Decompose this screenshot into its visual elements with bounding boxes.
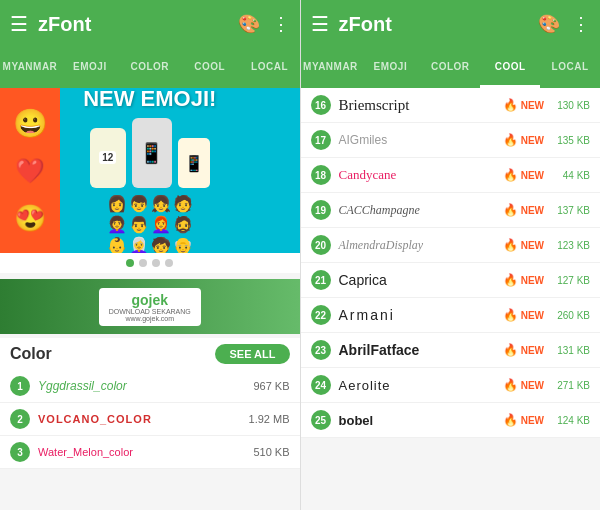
new-text-20: NEW <box>521 240 544 251</box>
left-palette-icon[interactable]: 🎨 <box>238 13 260 35</box>
right-font-size-18: 44 KB <box>550 170 590 181</box>
right-font-size-25: 124 KB <box>550 415 590 426</box>
left-banner[interactable]: 😀 ❤️ 😍 NEW EMOJI! 12 📱 📱 <box>0 88 300 253</box>
left-tab-myanmar[interactable]: MYANMAR <box>0 48 60 88</box>
right-tab-emoji[interactable]: EMOJI <box>360 48 420 88</box>
right-app-title: zFont <box>339 13 539 36</box>
right-font-item-17[interactable]: 17 AIGmiles 🔥 NEW 135 KB <box>301 123 601 158</box>
fire-icon-23: 🔥 <box>503 343 518 357</box>
new-badge-24: 🔥 NEW <box>503 378 544 392</box>
right-tab-local[interactable]: LOCAL <box>540 48 600 88</box>
right-font-name-20: AlmendraDisplay <box>339 238 503 253</box>
fire-icon-20: 🔥 <box>503 238 518 252</box>
right-font-size-22: 260 KB <box>550 310 590 321</box>
banner-phone-large: 📱 <box>132 118 172 188</box>
fire-icon-17: 🔥 <box>503 133 518 147</box>
right-font-name-16: Briemscript <box>339 97 503 114</box>
right-more-icon[interactable]: ⋮ <box>572 13 590 35</box>
font-number-3: 3 <box>10 442 30 462</box>
new-text-18: NEW <box>521 170 544 181</box>
right-font-num-19: 19 <box>311 200 331 220</box>
font-name-volcano: VOLCANO_COLOR <box>38 413 249 425</box>
dot-1[interactable] <box>126 259 134 267</box>
banner-title: NEW EMOJI! <box>83 88 216 112</box>
right-menu-icon[interactable]: ☰ <box>311 12 329 36</box>
fire-icon-16: 🔥 <box>503 98 518 112</box>
right-font-name-23: AbrilFatface <box>339 342 503 358</box>
right-panel: ☰ zFont 🎨 ⋮ MYANMAR EMOJI COLOR COOL LOC… <box>301 0 601 510</box>
right-font-num-21: 21 <box>311 270 331 290</box>
new-text-17: NEW <box>521 135 544 146</box>
ad-inner: gojek DOWNLOAD SEKARANG www.gojek.com <box>99 288 201 326</box>
see-all-button[interactable]: SEE ALL <box>215 344 289 364</box>
new-badge-17: 🔥 NEW <box>503 133 544 147</box>
right-font-item-16[interactable]: 16 Briemscript 🔥 NEW 130 KB <box>301 88 601 123</box>
dot-2[interactable] <box>139 259 147 267</box>
font-size-3: 510 KB <box>253 446 289 458</box>
right-tab-color[interactable]: COLOR <box>420 48 480 88</box>
left-content: 😀 ❤️ 😍 NEW EMOJI! 12 📱 📱 <box>0 88 300 510</box>
font-name-watermelon: Water_Melon_color <box>38 446 253 458</box>
right-font-item-21[interactable]: 21 Caprica 🔥 NEW 127 KB <box>301 263 601 298</box>
new-badge-16: 🔥 NEW <box>503 98 544 112</box>
fire-icon-21: 🔥 <box>503 273 518 287</box>
new-badge-18: 🔥 NEW <box>503 168 544 182</box>
color-section-header: Color SEE ALL <box>0 338 300 370</box>
ad-banner[interactable]: gojek DOWNLOAD SEKARANG www.gojek.com <box>0 279 300 334</box>
left-tab-color[interactable]: COLOR <box>120 48 180 88</box>
right-font-item-20[interactable]: 20 AlmendraDisplay 🔥 NEW 123 KB <box>301 228 601 263</box>
right-font-item-24[interactable]: 24 Aerolite 🔥 NEW 271 KB <box>301 368 601 403</box>
right-font-item-22[interactable]: 22 Armani 🔥 NEW 260 KB <box>301 298 601 333</box>
right-font-item-19[interactable]: 19 CACChampagne 🔥 NEW 137 KB <box>301 193 601 228</box>
left-header: ☰ zFont 🎨 ⋮ <box>0 0 300 48</box>
new-text-16: NEW <box>521 100 544 111</box>
new-badge-25: 🔥 NEW <box>503 413 544 427</box>
right-font-num-22: 22 <box>311 305 331 325</box>
right-font-name-24: Aerolite <box>339 378 503 393</box>
banner-dots <box>0 253 300 273</box>
left-panel: ☰ zFont 🎨 ⋮ MYANMAR EMOJI COLOR COOL LOC… <box>0 0 300 510</box>
right-font-num-16: 16 <box>311 95 331 115</box>
left-menu-icon[interactable]: ☰ <box>10 12 28 36</box>
left-font-item-1[interactable]: 1 Yggdrassil_color 967 KB <box>0 370 300 403</box>
new-badge-23: 🔥 NEW <box>503 343 544 357</box>
right-font-name-21: Caprica <box>339 272 503 288</box>
right-header-icons: 🎨 ⋮ <box>538 13 590 35</box>
left-more-icon[interactable]: ⋮ <box>272 13 290 35</box>
left-tab-cool[interactable]: COOL <box>180 48 240 88</box>
right-font-name-18: Candycane <box>339 167 503 183</box>
right-header: ☰ zFont 🎨 ⋮ <box>301 0 601 48</box>
right-font-size-24: 271 KB <box>550 380 590 391</box>
ad-url: www.gojek.com <box>109 315 191 322</box>
right-font-num-20: 20 <box>311 235 331 255</box>
new-text-22: NEW <box>521 310 544 321</box>
banner-emoji-sidebar: 😀 ❤️ 😍 <box>0 88 60 253</box>
left-font-item-2[interactable]: 2 VOLCANO_COLOR 1.92 MB <box>0 403 300 436</box>
right-tab-cool[interactable]: COOL <box>480 48 540 88</box>
right-font-num-24: 24 <box>311 375 331 395</box>
right-tabs: MYANMAR EMOJI COLOR COOL LOCAL <box>301 48 601 88</box>
right-font-name-25: bobel <box>339 413 503 428</box>
left-font-item-3[interactable]: 3 Water_Melon_color 510 KB <box>0 436 300 469</box>
fire-icon-19: 🔥 <box>503 203 518 217</box>
fire-icon-18: 🔥 <box>503 168 518 182</box>
font-number-2: 2 <box>10 409 30 429</box>
left-header-icons: 🎨 ⋮ <box>238 13 290 35</box>
right-font-name-22: Armani <box>339 307 503 323</box>
fire-icon-25: 🔥 <box>503 413 518 427</box>
color-section-title: Color <box>10 345 52 363</box>
left-tab-emoji[interactable]: EMOJI <box>60 48 120 88</box>
right-font-item-25[interactable]: 25 bobel 🔥 NEW 124 KB <box>301 403 601 438</box>
dot-3[interactable] <box>152 259 160 267</box>
right-font-item-23[interactable]: 23 AbrilFatface 🔥 NEW 131 KB <box>301 333 601 368</box>
right-tab-myanmar[interactable]: MYANMAR <box>301 48 361 88</box>
right-palette-icon[interactable]: 🎨 <box>538 13 560 35</box>
fire-icon-24: 🔥 <box>503 378 518 392</box>
font-size-1: 967 KB <box>253 380 289 392</box>
left-tab-local[interactable]: LOCAL <box>240 48 300 88</box>
right-font-num-23: 23 <box>311 340 331 360</box>
right-font-item-18[interactable]: 18 Candycane 🔥 NEW 44 KB <box>301 158 601 193</box>
new-text-21: NEW <box>521 275 544 286</box>
dot-4[interactable] <box>165 259 173 267</box>
right-font-size-19: 137 KB <box>550 205 590 216</box>
